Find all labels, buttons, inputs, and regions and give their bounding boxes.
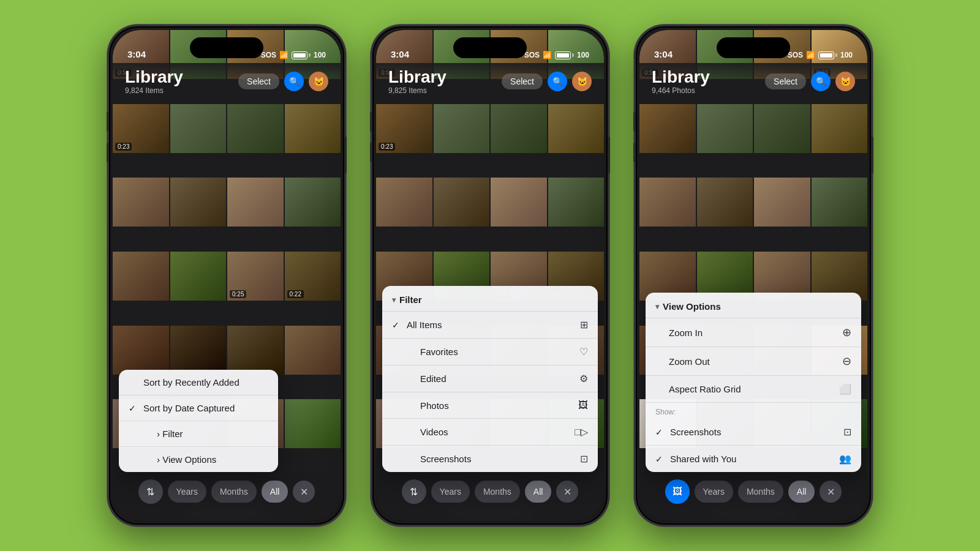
power-button[interactable] (344, 137, 347, 173)
avatar-button-2[interactable]: 🐱 (572, 72, 592, 91)
months-button-3[interactable]: Months (738, 481, 783, 503)
filter-favorites[interactable]: Favorites ♡ (382, 339, 598, 365)
aspect-ratio-label: Aspect Ratio Grid (669, 384, 741, 394)
filter-menu: ▾ Filter ✓ All Items ⊞ (382, 286, 598, 472)
filter-photos[interactable]: Photos 🖼 (382, 392, 598, 419)
aspect-ratio-item[interactable]: Aspect Ratio Grid ⬜ (646, 376, 861, 403)
battery-icon (292, 51, 311, 59)
dynamic-island (190, 37, 263, 58)
filter-expand-label: › Filter (157, 429, 183, 439)
status-icons-3: SOS 📶 100 (788, 51, 853, 59)
search-button-3[interactable]: 🔍 (811, 72, 831, 91)
search-button[interactable]: 🔍 (284, 72, 304, 91)
years-button-2[interactable]: Years (431, 481, 470, 503)
filter-header: ▾ Filter (382, 286, 598, 312)
all-button-2[interactable]: All (525, 481, 552, 503)
header-buttons-3: Select 🔍 🐱 (765, 72, 855, 91)
status-icons: SOS 📶 100 (261, 51, 326, 59)
library-title-group: Library 9,824 Items (125, 69, 238, 95)
all-items-label: All Items (407, 320, 442, 330)
sort-button-2[interactable]: ⇅ (402, 479, 426, 504)
screenshots-view-icon: ⊡ (843, 426, 851, 438)
avatar-button[interactable]: 🐱 (309, 72, 328, 91)
filter-title: Filter (399, 294, 422, 305)
select-button[interactable]: Select (238, 73, 279, 89)
library-count-3: 9,464 Photos (652, 86, 765, 95)
aspect-ratio-icon: ⬜ (839, 383, 851, 395)
phone-3: 0:51 0:23 (634, 24, 873, 527)
all-button[interactable]: All (262, 481, 288, 503)
phone-1: 0:51 0:23 0:25 0:22 (107, 24, 346, 527)
bottom-toolbar-3: 🖼 Years Months All ✕ (639, 472, 867, 521)
phone-2: 0:51 0:23 0:25 0:22 (371, 24, 609, 527)
avatar-button-3[interactable]: 🐱 (835, 72, 855, 91)
wifi-icon: 📶 (279, 51, 288, 59)
filter-expand-item[interactable]: › Filter (119, 421, 278, 447)
years-button-3[interactable]: Years (695, 481, 733, 503)
view-options-title: View Options (663, 301, 721, 312)
photo-icon: 🖼 (578, 400, 588, 411)
volume-down-button[interactable] (107, 143, 109, 162)
view-options-dropdown: ▾ View Options Zoom In ⊕ Zoom Out (646, 293, 861, 472)
shared-with-you-item[interactable]: ✓ Shared with You 👥 (646, 446, 861, 472)
volume-up-button-2[interactable] (370, 112, 372, 132)
close-button-2[interactable]: ✕ (556, 481, 578, 503)
sort-menu: Sort by Recently Added ✓ Sort by Date Ca… (119, 370, 278, 472)
screenshots-item[interactable]: ✓ Screenshots ⊡ (646, 419, 861, 446)
sort-button[interactable]: ⇅ (138, 479, 163, 504)
select-button-2[interactable]: Select (502, 73, 543, 89)
library-title-group-3: Library 9,464 Photos (652, 69, 765, 95)
sort-recently-added-item[interactable]: Sort by Recently Added (119, 370, 278, 395)
select-button-3[interactable]: Select (765, 73, 806, 89)
videos-label: Videos (420, 427, 448, 437)
screenshot-icon: ⊡ (580, 453, 588, 465)
power-button-2[interactable] (608, 137, 610, 173)
zoom-out-icon: ⊖ (842, 354, 851, 368)
filter-edited[interactable]: Edited ⚙ (382, 365, 598, 392)
sort-date-captured-label: Sort by Date Captured (143, 403, 235, 413)
volume-down-button-2[interactable] (370, 143, 372, 162)
battery-text-2: 100 (577, 51, 589, 59)
battery-icon-2 (555, 51, 574, 59)
search-button-2[interactable]: 🔍 (548, 72, 567, 91)
sort-recently-added-label: Sort by Recently Added (143, 377, 239, 388)
volume-down-button-3[interactable] (633, 143, 636, 162)
zoom-in-item[interactable]: Zoom In ⊕ (646, 318, 861, 347)
edited-label: Edited (420, 373, 447, 384)
library-count: 9,824 Items (125, 86, 238, 95)
carrier-text: SOS (261, 51, 276, 59)
close-button-3[interactable]: ✕ (820, 481, 842, 503)
favorites-label: Favorites (420, 347, 458, 357)
screenshots-label: Screenshots (420, 454, 471, 464)
carrier-text-2: SOS (524, 51, 540, 59)
heart-icon: ♡ (579, 346, 588, 358)
library-title-2: Library (388, 69, 502, 86)
dynamic-island-2 (453, 37, 527, 58)
close-button[interactable]: ✕ (293, 481, 315, 503)
zoom-out-item[interactable]: Zoom Out ⊖ (646, 347, 861, 376)
wifi-icon-2: 📶 (543, 51, 552, 59)
view-options-header: ▾ View Options (646, 293, 861, 318)
power-button-3[interactable] (871, 137, 873, 173)
sort-date-captured-item[interactable]: ✓ Sort by Date Captured (119, 395, 278, 421)
library-header: Library 9,824 Items Select 🔍 🐱 (113, 63, 341, 100)
header-buttons-2: Select 🔍 🐱 (502, 72, 592, 91)
filter-all-items[interactable]: ✓ All Items ⊞ (382, 312, 598, 339)
view-options-expand-item[interactable]: › View Options (119, 447, 278, 472)
grid-icon: ⊞ (580, 319, 588, 331)
screenshots-view-label: Screenshots (670, 427, 721, 437)
library-header-2: Library 9,825 Items Select 🔍 🐱 (376, 63, 604, 100)
library-header-3: Library 9,464 Photos Select 🔍 🐱 (639, 63, 867, 100)
photos-tab-button[interactable]: 🖼 (665, 479, 690, 504)
sliders-icon: ⚙ (579, 373, 588, 384)
volume-up-button-3[interactable] (633, 112, 636, 132)
filter-videos[interactable]: Videos □▷ (382, 419, 598, 446)
all-button-3[interactable]: All (788, 481, 815, 503)
years-button[interactable]: Years (168, 481, 206, 503)
view-options-menu: ▾ View Options Zoom In ⊕ Zoom Out (646, 293, 861, 472)
filter-screenshots[interactable]: Screenshots ⊡ (382, 446, 598, 472)
header-buttons: Select 🔍 🐱 (238, 72, 328, 91)
volume-up-button[interactable] (107, 112, 109, 132)
months-button[interactable]: Months (211, 481, 257, 503)
months-button-2[interactable]: Months (475, 481, 520, 503)
